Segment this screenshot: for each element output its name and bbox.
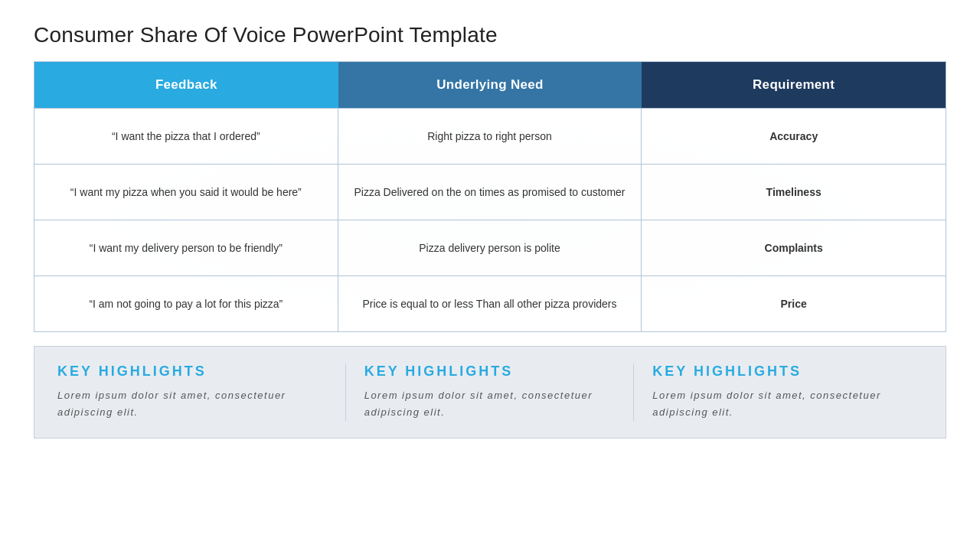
page-title: Consumer Share Of Voice PowerPoint Templ… [34, 23, 946, 47]
cell-requirement-3: Price [642, 276, 946, 331]
cell-requirement-2: Complaints [642, 220, 946, 276]
cell-underlying-0: Right pizza to right person [338, 109, 642, 164]
header-feedback: Feedback [34, 62, 338, 108]
highlight-title-1: Key Highlights [364, 364, 616, 380]
table-row: “I want the pizza that I ordered” Right … [34, 108, 946, 164]
cell-feedback-0: “I want the pizza that I ordered” [34, 109, 338, 164]
cell-underlying-2: Pizza delivery person is polite [338, 220, 642, 276]
main-table: Feedback Underlying Need Requirement “I … [34, 61, 946, 332]
highlight-item-1: Key Highlights Lorem ipsum dolor sit ame… [346, 364, 635, 421]
highlight-item-2: Key Highlights Lorem ipsum dolor sit ame… [634, 364, 923, 421]
highlight-item-0: Key Highlights Lorem ipsum dolor sit ame… [57, 364, 346, 421]
table-header: Feedback Underlying Need Requirement [34, 62, 946, 108]
cell-feedback-3: “I am not going to pay a lot for this pi… [34, 276, 338, 331]
highlight-text-0: Lorem ipsum dolor sit amet, consectetuer… [57, 387, 327, 421]
table-body: “I want the pizza that I ordered” Right … [34, 108, 946, 331]
cell-requirement-0: Accuracy [642, 109, 946, 164]
highlights-section: Key Highlights Lorem ipsum dolor sit ame… [34, 346, 946, 439]
header-requirement: Requirement [642, 62, 946, 108]
header-underlying: Underlying Need [338, 62, 642, 108]
cell-feedback-1: “I want my pizza when you said it would … [34, 165, 338, 220]
highlight-title-2: Key Highlights [652, 364, 904, 380]
highlight-title-0: Key Highlights [57, 364, 327, 380]
cell-underlying-1: Pizza Delivered on the on times as promi… [338, 165, 642, 220]
page: Consumer Share Of Voice PowerPoint Templ… [0, 0, 980, 551]
cell-feedback-2: “I want my delivery person to be friendl… [34, 220, 338, 276]
table-row: “I want my pizza when you said it would … [34, 164, 946, 220]
table-row: “I want my delivery person to be friendl… [34, 220, 946, 276]
highlight-text-1: Lorem ipsum dolor sit amet, consectetuer… [364, 387, 616, 421]
table-row: “I am not going to pay a lot for this pi… [34, 276, 946, 331]
cell-underlying-3: Price is equal to or less Than all other… [338, 276, 642, 331]
highlight-text-2: Lorem ipsum dolor sit amet, consectetuer… [652, 387, 904, 421]
cell-requirement-1: Timeliness [642, 165, 946, 220]
